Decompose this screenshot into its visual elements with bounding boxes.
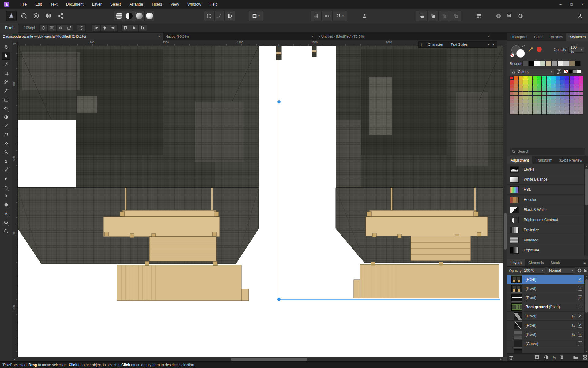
quick-swatch[interactable] bbox=[573, 69, 577, 74]
move-by-pixels-icon[interactable] bbox=[322, 11, 333, 21]
layer-effects-icon[interactable]: fx bbox=[553, 355, 556, 360]
palette-swatch[interactable] bbox=[574, 103, 579, 107]
gradient-tool[interactable] bbox=[2, 113, 10, 121]
smudge-tool[interactable] bbox=[2, 174, 10, 182]
palette-swatch[interactable] bbox=[556, 80, 560, 84]
close-icon[interactable]: × bbox=[311, 34, 313, 39]
move-backward-icon[interactable] bbox=[439, 11, 450, 21]
layer-visibility-checkbox[interactable]: ✓ bbox=[578, 332, 582, 337]
selection-handle-bottom[interactable] bbox=[277, 298, 281, 301]
menu-window[interactable]: Window bbox=[183, 0, 205, 9]
recent-swatch[interactable] bbox=[563, 61, 569, 66]
transform-bounds-icon[interactable] bbox=[65, 24, 74, 32]
palette-swatch[interactable] bbox=[537, 111, 541, 115]
colour-picker-tool[interactable] bbox=[2, 60, 10, 68]
dodge-brush-tool[interactable] bbox=[2, 148, 10, 156]
palette-swatch[interactable] bbox=[579, 88, 583, 92]
palette-swatch[interactable] bbox=[565, 76, 569, 80]
horizontal-scroll-thumb[interactable] bbox=[231, 358, 307, 361]
blend-mode-dropdown[interactable]: Normal▾ bbox=[547, 267, 575, 274]
tab-adjustment[interactable]: Adjustment bbox=[507, 156, 532, 164]
palette-swatch[interactable] bbox=[519, 92, 523, 95]
palette-swatch[interactable] bbox=[547, 80, 551, 84]
scroll-up-icon[interactable]: ▲ bbox=[585, 164, 588, 168]
palette-swatch[interactable] bbox=[556, 92, 560, 95]
text-tool[interactable]: A bbox=[2, 209, 10, 217]
palette-swatch[interactable] bbox=[519, 107, 523, 111]
auto-white-balance-icon[interactable] bbox=[144, 11, 154, 21]
adjustment-posterize[interactable]: Posterize bbox=[507, 225, 584, 235]
recent-swatch[interactable] bbox=[569, 61, 575, 66]
adjustment-levels[interactable]: Levels bbox=[507, 164, 584, 174]
view-tool[interactable] bbox=[2, 43, 10, 51]
layer-thumbnail[interactable] bbox=[514, 322, 522, 329]
menu-document[interactable]: Document bbox=[62, 0, 88, 9]
menu-text[interactable]: Text bbox=[46, 0, 62, 9]
tab-stock[interactable]: Stock bbox=[547, 259, 563, 266]
palette-swatch[interactable] bbox=[542, 99, 546, 103]
show-grid-icon[interactable] bbox=[311, 11, 322, 21]
palette-swatch[interactable] bbox=[533, 88, 537, 92]
palette-swatch[interactable] bbox=[574, 111, 579, 115]
scroll-right-icon[interactable]: ► bbox=[499, 357, 503, 361]
palette-swatch[interactable] bbox=[510, 80, 514, 84]
palette-swatch[interactable] bbox=[514, 111, 518, 115]
panel-drag-handle[interactable]: ∥ bbox=[419, 43, 424, 46]
flood-fill-tool[interactable] bbox=[2, 104, 10, 112]
layer-visibility-checkbox[interactable]: ✓ bbox=[578, 286, 582, 291]
palette-swatch[interactable] bbox=[542, 92, 546, 95]
panel-menu-icon[interactable]: ≡ bbox=[488, 43, 490, 46]
palette-swatch[interactable] bbox=[551, 103, 556, 107]
palette-swatch[interactable] bbox=[565, 88, 569, 92]
palette-swatch[interactable] bbox=[523, 99, 528, 103]
fill-colour-well[interactable] bbox=[516, 49, 525, 58]
palette-swatch[interactable] bbox=[519, 96, 523, 99]
layer-visibility-checkbox[interactable]: ✓ bbox=[578, 295, 582, 300]
palette-swatch[interactable] bbox=[570, 88, 574, 92]
palette-swatch[interactable] bbox=[565, 80, 569, 84]
layer-row[interactable]: (Pixel)fx✓ bbox=[507, 330, 584, 339]
document-page[interactable] bbox=[18, 46, 503, 357]
lock-icon[interactable] bbox=[583, 268, 587, 273]
palette-swatch[interactable] bbox=[570, 107, 574, 111]
palette-swatch[interactable] bbox=[523, 107, 528, 111]
horizontal-scrollbar[interactable]: ◄ ► bbox=[12, 357, 503, 361]
layer-thumbnail[interactable] bbox=[511, 276, 522, 283]
palette-swatch[interactable] bbox=[560, 96, 565, 99]
palette-swatch[interactable] bbox=[565, 96, 569, 99]
cycle-selection-icon[interactable] bbox=[39, 24, 48, 32]
crop-tool[interactable] bbox=[2, 69, 10, 77]
tab-channels[interactable]: Channels bbox=[525, 259, 547, 266]
palette-swatch[interactable] bbox=[547, 88, 551, 92]
palette-swatch[interactable] bbox=[528, 111, 532, 115]
palette-swatch[interactable] bbox=[510, 111, 514, 115]
palette-swatch[interactable] bbox=[579, 96, 583, 99]
show-selection-icon[interactable] bbox=[48, 24, 56, 32]
close-icon[interactable]: × bbox=[492, 43, 495, 46]
palette-swatch[interactable] bbox=[579, 107, 583, 111]
palette-swatch[interactable] bbox=[565, 107, 569, 111]
palette-swatch[interactable] bbox=[542, 111, 546, 115]
palette-swatch[interactable] bbox=[519, 111, 523, 115]
palette-swatch[interactable] bbox=[519, 76, 523, 80]
palette-swatch[interactable] bbox=[523, 96, 528, 99]
quick-swatch[interactable] bbox=[577, 69, 581, 74]
group-layers-icon[interactable] bbox=[573, 355, 579, 360]
palette-swatch[interactable] bbox=[523, 84, 528, 88]
layers-stack-icon[interactable] bbox=[508, 355, 514, 360]
marquee-selection-icon[interactable] bbox=[204, 11, 214, 21]
palette-swatch[interactable] bbox=[579, 80, 583, 84]
palette-swatch[interactable] bbox=[519, 80, 523, 84]
recent-swatch[interactable] bbox=[552, 61, 557, 66]
marquee-tool[interactable] bbox=[2, 96, 10, 104]
mask-layer-icon[interactable] bbox=[534, 355, 540, 360]
tab-text-styles[interactable]: Text Styles bbox=[447, 43, 472, 46]
assistant-icon[interactable] bbox=[359, 11, 370, 21]
line-selection-icon[interactable] bbox=[214, 11, 225, 21]
adjustment-scrollbar[interactable]: ▲ bbox=[584, 164, 588, 256]
align-left-icon[interactable] bbox=[92, 24, 100, 32]
tab-brushes[interactable]: Brushes bbox=[546, 33, 566, 41]
palette-swatch[interactable] bbox=[537, 96, 541, 99]
palette-swatch[interactable] bbox=[574, 92, 579, 95]
move-to-back-icon[interactable] bbox=[450, 11, 461, 21]
